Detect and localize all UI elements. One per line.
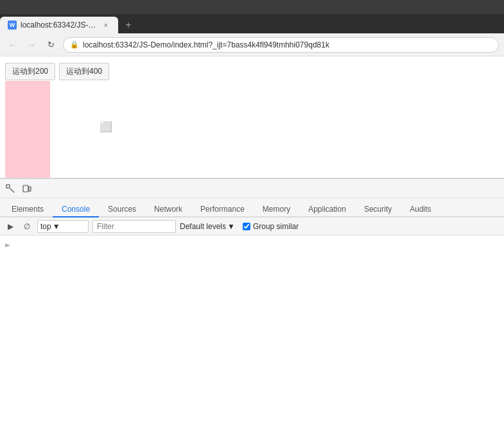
device-toolbar-button[interactable] [19,181,35,196]
clear-console-button[interactable]: ▶ [4,220,17,233]
tab-application[interactable]: Application [299,202,355,218]
animated-box [5,81,50,178]
default-levels-select[interactable]: Default levels ▼ [180,222,235,231]
move-to-400-button[interactable]: 运动到400 [59,63,109,80]
prompt-arrow-icon: ► [5,239,10,250]
group-similar-checkbox[interactable] [243,223,250,230]
svg-rect-1 [23,185,28,192]
tab-bar: W localhost:63342/JS-De... × + [0,14,504,33]
tab-sources[interactable]: Sources [99,202,145,218]
console-area[interactable]: ► [0,235,504,444]
group-similar-toggle[interactable]: Group similar [243,222,299,231]
url-text: localhost:63342/JS-Demo/index.html?_ijt=… [83,40,329,49]
tab-close-button[interactable]: × [101,21,110,30]
tab-audits[interactable]: Audits [401,202,440,218]
new-tab-button[interactable]: + [119,17,137,33]
browser-tab[interactable]: W localhost:63342/JS-De... × [0,17,118,33]
execution-context-select[interactable]: top ▼ [37,220,89,233]
devtools-panel: Elements Console Sources Network Perform… [0,178,504,444]
lock-icon: 🔒 [70,40,79,49]
url-bar[interactable]: 🔒 localhost:63342/JS-Demo/index.html?_ij… [63,37,499,53]
forward-button[interactable]: → [24,38,39,52]
back-button[interactable]: ← [5,38,19,52]
tab-elements[interactable]: Elements [3,202,53,218]
tab-network[interactable]: Network [145,202,191,218]
tab-performance[interactable]: Performance [191,202,254,218]
page-content: 运动到200 运动到400 ⬜ [0,56,504,178]
cursor-indicator: ⬜ [100,121,112,133]
inspect-element-button[interactable] [3,181,18,196]
devtools-tabs: Elements Console Sources Network Perform… [0,198,504,218]
move-to-200-button[interactable]: 运动到200 [5,63,55,80]
page-buttons: 运动到200 运动到400 [0,56,504,87]
group-similar-label: Group similar [253,222,299,231]
block-messages-button[interactable]: ∅ [21,220,33,233]
console-filter-input[interactable] [92,220,176,233]
address-bar: ← → ↻ 🔒 localhost:63342/JS-Demo/index.ht… [0,33,504,56]
svg-rect-0 [6,185,10,188]
context-dropdown-arrow: ▼ [53,222,60,231]
default-levels-label: Default levels [180,222,226,231]
console-prompt-line: ► [5,239,499,250]
tab-memory[interactable]: Memory [254,202,299,218]
browser-chrome [0,0,504,14]
default-levels-arrow: ▼ [227,222,235,231]
tab-favicon: W [8,21,17,30]
reload-button[interactable]: ↻ [44,38,58,52]
devtools-top-toolbar [0,179,504,198]
tab-title: localhost:63342/JS-De... [21,21,98,30]
tab-security[interactable]: Security [355,202,401,218]
console-toolbar: ▶ ∅ top ▼ Default levels ▼ Group similar [0,218,504,235]
svg-rect-2 [29,187,31,191]
tab-console[interactable]: Console [53,202,99,218]
context-label: top [40,222,51,231]
